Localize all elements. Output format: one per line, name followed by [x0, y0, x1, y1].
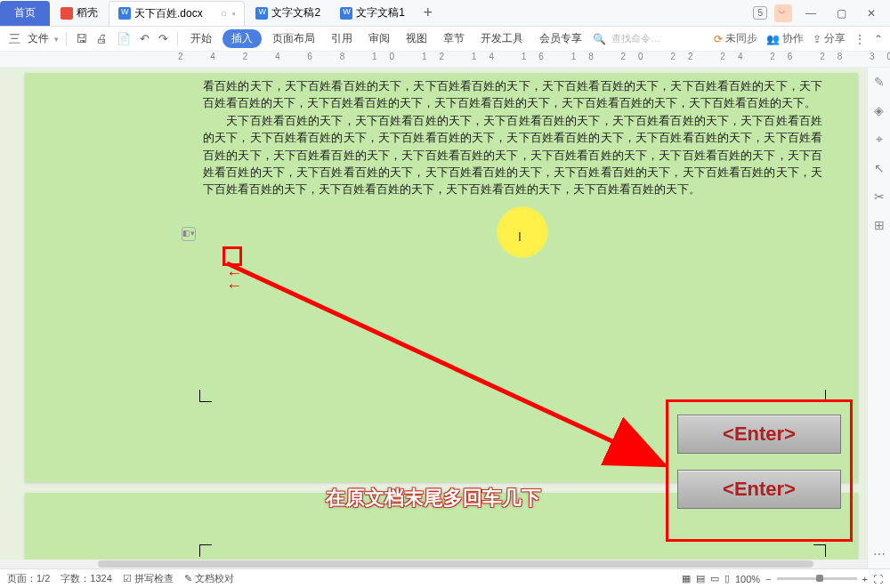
page-margin-marker [813, 544, 826, 557]
add-tab-button[interactable]: + [416, 1, 441, 26]
toolbar: 三 文件 ▾ 🖫 🖨 📄 ↶ ↷ 开始 插入 页面布局 引用 审阅 视图 章节 … [0, 27, 890, 52]
enter-keys-panel: <Enter> <Enter> [666, 399, 853, 542]
menu-section[interactable]: 章节 [438, 31, 470, 46]
notification-badge[interactable]: 5 [753, 6, 767, 20]
sidebar-setting-icon[interactable]: ⊞ [874, 218, 885, 232]
sidebar-style-icon[interactable]: ◈ [874, 103, 884, 117]
text-cursor-icon: I [518, 230, 522, 244]
search-icon[interactable]: 🔍 [593, 33, 606, 45]
share-button[interactable]: ⇪分享 [813, 31, 846, 46]
unsync-button[interactable]: ⟳未同步 [714, 31, 757, 46]
page-margin-marker [199, 544, 212, 557]
tab-daoke[interactable]: 稻壳 [52, 1, 107, 26]
word-icon [255, 7, 268, 20]
tab-home[interactable]: 首页 [0, 1, 50, 26]
annotation-box [222, 246, 242, 266]
paragraph[interactable]: 看百姓的天下，天下百姓看百姓的天下，天下百姓看百姓的天下，天下百姓看百姓的天下，… [203, 78, 822, 113]
horizontal-ruler: 2 4 2 4 6 8 10 12 14 16 18 20 22 24 26 2… [0, 52, 890, 68]
menu-vip[interactable]: 会员专享 [534, 31, 587, 46]
tab-label: 天下百姓.docx [134, 6, 203, 21]
zoom-in-button[interactable]: + [862, 574, 868, 584]
undo-icon[interactable]: ↶ [138, 32, 151, 45]
horizontal-scrollbar[interactable] [0, 560, 867, 568]
search-placeholder[interactable]: 查找命令… [611, 32, 660, 45]
word-icon [340, 7, 352, 20]
more-icon[interactable]: ⋮ [854, 33, 865, 45]
sidebar-format-icon[interactable]: ✎ [874, 75, 885, 89]
close-button[interactable]: ✕ [860, 7, 883, 20]
zoom-slider[interactable] [777, 577, 857, 580]
tab-label: 稻壳 [77, 5, 98, 20]
close-icon[interactable]: ○ [221, 7, 227, 20]
preview-icon[interactable]: 📄 [115, 32, 133, 45]
highlight-marker [497, 206, 548, 258]
menu-pagelayout[interactable]: 页面布局 [267, 31, 320, 46]
menu-dev[interactable]: 开发工具 [475, 31, 529, 46]
word-icon [118, 7, 131, 20]
document-workspace[interactable]: 看百姓的天下，天下百姓看百姓的天下，天下百姓看百姓的天下，天下百姓看百姓的天下，… [0, 68, 867, 568]
print-icon[interactable]: 🖨 [94, 32, 109, 45]
right-sidebar: ✎ ◈ ⌖ ↖ ✂ ⊞ ⋯ [867, 68, 890, 568]
coop-button[interactable]: 👥协作 [766, 31, 804, 46]
minimize-button[interactable]: — [799, 7, 822, 20]
tab-label: 文字文稿1 [356, 5, 405, 20]
view-outline-icon[interactable]: ▭ [710, 573, 719, 584]
status-page[interactable]: 页面：1/2 [7, 572, 50, 585]
menu-insert[interactable]: 插入 [222, 29, 262, 48]
redo-icon[interactable]: ↷ [157, 32, 170, 45]
maximize-button[interactable]: ▢ [829, 7, 853, 20]
page-margin-marker [199, 390, 212, 402]
zoom-out-button[interactable]: − [765, 574, 771, 584]
menu-icon[interactable]: 三 [7, 31, 22, 47]
status-wordcount[interactable]: 字数：1324 [61, 572, 111, 585]
menu-start[interactable]: 开始 [185, 31, 217, 46]
tab-doc2[interactable]: 文字文稿2 [247, 1, 329, 26]
view-web-icon[interactable]: ▤ [696, 573, 705, 584]
tutorial-caption: 在原文档末尾多回车几下 [326, 485, 541, 511]
status-spellcheck[interactable]: ☑ 拼写检查 [123, 572, 174, 585]
page-widget-icon[interactable]: ◧▾ [182, 227, 196, 241]
tab-active-doc[interactable]: 天下百姓.docx○• [109, 1, 245, 26]
expand-icon[interactable]: ⌃ [874, 33, 883, 45]
sidebar-clip-icon[interactable]: ✂ [874, 189, 885, 204]
menu-reference[interactable]: 引用 [326, 31, 358, 46]
zoom-level[interactable]: 100% [735, 574, 760, 584]
scrollbar-thumb[interactable] [98, 560, 813, 568]
zoom-slider-thumb[interactable] [816, 575, 823, 582]
sidebar-outline-icon[interactable]: ⌖ [876, 132, 883, 147]
menu-view[interactable]: 视图 [400, 31, 433, 46]
title-bar: 首页 稻壳 天下百姓.docx○• 文字文稿2 文字文稿1 + 5 — ▢ ✕ [0, 0, 890, 27]
save-icon[interactable]: 🖫 [74, 32, 89, 45]
daoke-icon [61, 7, 73, 20]
sidebar-more-icon[interactable]: ⋯ [873, 547, 886, 561]
document-text[interactable]: 看百姓的天下，天下百姓看百姓的天下，天下百姓看百姓的天下，天下百姓看百姓的天下，… [203, 78, 822, 199]
avatar[interactable] [774, 4, 792, 22]
file-menu[interactable]: 文件 [28, 31, 49, 46]
enter-key-hint: <Enter> [677, 470, 841, 509]
status-proofread[interactable]: ✎ 文档校对 [184, 572, 234, 585]
tab-doc1[interactable]: 文字文稿1 [331, 1, 414, 26]
tab-label: 文字文稿2 [271, 5, 320, 20]
view-page-icon[interactable]: ▦ [682, 573, 691, 584]
status-bar: 页面：1/2 字数：1324 ☑ 拼写检查 ✎ 文档校对 ▦ ▤ ▭ ▯ 100… [0, 568, 890, 588]
enter-key-hint: <Enter> [677, 415, 841, 454]
paragraph[interactable]: 天下百姓看百姓的天下，天下百姓看百姓的天下，天下百姓看百姓的天下，天下百姓看百姓… [203, 113, 822, 199]
menu-review[interactable]: 审阅 [363, 31, 395, 46]
view-read-icon[interactable]: ▯ [724, 573, 730, 584]
fullscreen-icon[interactable]: ⛶ [873, 574, 883, 584]
annotation-arrows: ←← [226, 267, 240, 292]
sidebar-select-icon[interactable]: ↖ [874, 161, 885, 175]
